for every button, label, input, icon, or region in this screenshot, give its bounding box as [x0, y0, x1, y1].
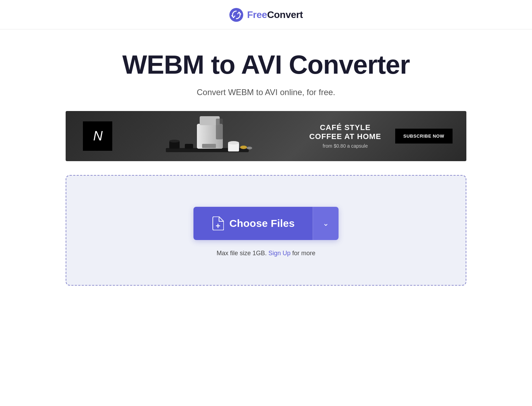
ad-text: CAFÉ STYLE COFFEE AT HOME from $0.80 a c…: [309, 123, 381, 149]
site-header: FreeConvert: [0, 0, 532, 29]
logo-icon: [229, 8, 244, 22]
svg-point-0: [229, 8, 243, 22]
page-title: WEBM to AVI Converter: [122, 50, 410, 79]
page-subtitle: Convert WEBM to AVI online, for free.: [197, 87, 335, 97]
svg-rect-8: [216, 119, 223, 139]
signup-link[interactable]: Sign Up: [268, 250, 291, 257]
ad-subscribe-button[interactable]: SUBSCRIBE NOW: [395, 129, 453, 144]
svg-rect-9: [202, 144, 216, 148]
main-content: WEBM to AVI Converter Convert WEBM to AV…: [0, 29, 532, 299]
logo-text: FreeConvert: [247, 9, 303, 20]
choose-files-label: Choose Files: [229, 218, 295, 229]
svg-point-3: [169, 140, 180, 142]
file-dropzone[interactable]: Choose Files ⌄ Max file size 1GB. Sign U…: [66, 175, 466, 286]
coffee-machine-svg: [159, 113, 256, 158]
site-logo[interactable]: FreeConvert: [229, 8, 303, 22]
file-add-icon: [211, 216, 224, 230]
choose-files-container: Choose Files ⌄: [193, 207, 339, 240]
ad-headline: CAFÉ STYLE COFFEE AT HOME: [309, 123, 381, 141]
svg-rect-4: [185, 144, 193, 149]
choose-files-dropdown-button[interactable]: ⌄: [313, 207, 339, 240]
choose-files-button[interactable]: Choose Files: [193, 207, 313, 240]
file-limit-info: Max file size 1GB. Sign Up for more: [217, 250, 315, 257]
svg-point-11: [228, 141, 239, 145]
svg-point-12: [240, 146, 247, 149]
nespresso-logo: N: [83, 121, 112, 151]
ad-subtext: from $0.80 a capsule: [309, 143, 381, 149]
svg-point-13: [247, 147, 252, 149]
chevron-down-icon: ⌄: [323, 219, 329, 228]
ad-banner: N: [66, 111, 466, 161]
ad-coffee-visual: [119, 113, 295, 158]
